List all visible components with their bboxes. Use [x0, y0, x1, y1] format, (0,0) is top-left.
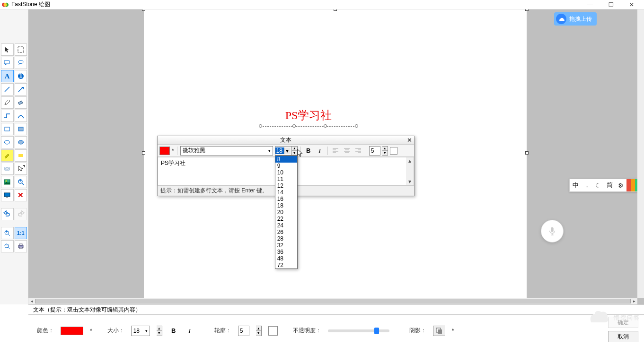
tool-rect[interactable] [1, 123, 14, 135]
italic-button[interactable]: I [315, 146, 325, 156]
prop-outline-input[interactable]: 5 [238, 326, 249, 336]
spin-up[interactable]: ▲ [292, 147, 297, 151]
font-size-combo[interactable]: ▾ [275, 146, 292, 156]
tool-ellipse-fill[interactable] [15, 136, 27, 148]
cancel-button[interactable]: 取消 [608, 331, 638, 342]
font-family-select[interactable]: 微软雅黑 ▾ [180, 146, 273, 156]
canvas-area[interactable]: PS学习社 文本 ✕ * 微软雅黑 ▾ [28, 9, 644, 304]
font-size-dropdown-list[interactable]: 89101112141618202224262832364872 [275, 156, 298, 269]
font-size-option[interactable]: 26 [275, 229, 297, 235]
prop-shadow-button[interactable] [433, 326, 445, 336]
ime-settings-icon[interactable]: ⚙ [615, 179, 626, 191]
tool-screen[interactable] [1, 189, 14, 201]
tool-line[interactable] [1, 83, 14, 95]
font-size-option[interactable]: 28 [275, 235, 297, 242]
tool-zoom-in[interactable]: + [1, 227, 14, 239]
font-size-option[interactable]: 14 [275, 189, 297, 196]
font-size-option[interactable]: 36 [275, 249, 297, 255]
prop-italic-button[interactable]: I [185, 326, 194, 336]
bold-button[interactable]: B [304, 146, 313, 156]
tool-image[interactable] [1, 176, 14, 188]
tool-zoom-out[interactable]: − [1, 240, 14, 252]
maximize-button[interactable]: ❐ [600, 0, 621, 9]
font-size-option[interactable]: 72 [275, 262, 297, 268]
align-left-button[interactable] [331, 146, 340, 156]
scroll-right-button[interactable]: ▸ [631, 298, 637, 304]
text-panel[interactable]: 文本 ✕ * 微软雅黑 ▾ ▾ ▲▼ 89101112 [157, 136, 415, 196]
opacity-slider[interactable] [328, 329, 389, 332]
text-color-swatch[interactable] [159, 147, 170, 155]
scroll-left-button[interactable]: ◂ [28, 298, 35, 304]
font-size-option[interactable]: 48 [275, 255, 297, 262]
text-panel-header[interactable]: 文本 ✕ [158, 136, 414, 145]
font-size-option[interactable]: 20 [275, 209, 297, 216]
tool-marquee[interactable] [15, 43, 27, 56]
tool-undo[interactable] [1, 208, 14, 220]
tool-eraser[interactable] [15, 96, 27, 109]
ime-punct[interactable]: ， [581, 179, 592, 191]
vertical-scrollbar[interactable] [637, 9, 644, 298]
font-size-option[interactable]: 9 [275, 163, 297, 169]
align-right-button[interactable] [353, 146, 363, 156]
opacity-slider-knob[interactable] [374, 328, 379, 334]
tool-text[interactable]: A [1, 70, 14, 82]
font-size-dropdown-button[interactable]: ▾ [284, 147, 291, 154]
spin-down[interactable]: ▼ [292, 151, 297, 155]
outline-color-swatch[interactable] [390, 147, 397, 155]
font-size-option[interactable]: 22 [275, 216, 297, 222]
tool-pencil[interactable] [1, 96, 14, 109]
tool-ellipse[interactable] [1, 136, 14, 148]
font-size-input[interactable] [275, 147, 284, 154]
font-size-spinner[interactable]: ▲▼ [292, 146, 298, 156]
font-size-option[interactable]: 10 [275, 169, 297, 176]
tool-redo[interactable] [15, 208, 27, 220]
align-center-button[interactable] [342, 146, 352, 156]
prop-size-spinner[interactable]: ▲▼ [157, 326, 162, 336]
tool-arrow[interactable] [15, 83, 27, 95]
minimize-button[interactable]: — [580, 0, 600, 9]
voice-input-button[interactable] [541, 220, 564, 242]
font-size-option[interactable]: 12 [275, 182, 297, 189]
tool-zoom-actual[interactable]: 1:1 [15, 227, 27, 239]
ime-bar[interactable]: 中 ， ☾ 简 ⚙ [569, 179, 644, 192]
tool-callout-rect[interactable] [1, 57, 14, 69]
tool-move-cursor[interactable]: + [15, 163, 27, 175]
text-object-content: PS学习社 [260, 108, 357, 123]
close-button[interactable]: ✕ [621, 0, 642, 9]
horizontal-scrollbar[interactable]: ◂ ▸ [28, 298, 637, 304]
prop-bold-button[interactable]: B [169, 326, 178, 336]
font-size-option[interactable]: 32 [275, 242, 297, 249]
tool-select[interactable] [1, 43, 14, 56]
textarea-scrollbar[interactable]: ▴▾ [406, 157, 414, 185]
text-panel-close-button[interactable]: ✕ [407, 137, 412, 144]
tool-print[interactable] [15, 240, 27, 252]
ime-moon-icon[interactable]: ☾ [592, 179, 604, 191]
tool-curve[interactable] [15, 110, 27, 122]
tool-rect-fill[interactable] [15, 123, 27, 135]
text-object[interactable]: PS学习社 [260, 108, 357, 132]
outline-spinner[interactable]: ▲▼ [382, 146, 388, 156]
ime-lang[interactable]: 中 [570, 179, 581, 191]
ime-simp[interactable]: 简 [604, 179, 615, 191]
tool-highlight[interactable] [1, 149, 14, 162]
tool-magnify[interactable]: + [15, 176, 27, 188]
ok-button[interactable]: 确定 [608, 317, 638, 328]
tool-highlight-rect[interactable] [15, 149, 27, 162]
prop-outline-spinner[interactable]: ▲▼ [256, 326, 262, 336]
font-size-option[interactable]: 24 [275, 222, 297, 229]
font-size-option[interactable]: 16 [275, 196, 297, 202]
font-size-option[interactable]: 8 [275, 156, 297, 163]
tool-blur[interactable] [1, 163, 14, 175]
tool-polyline[interactable] [1, 110, 14, 122]
upload-pill[interactable]: 拖拽上传 [554, 12, 597, 26]
outline-width-input[interactable]: 5 [369, 146, 380, 156]
tool-callout-ellipse[interactable] [15, 57, 27, 69]
prop-outline-color[interactable] [268, 326, 278, 336]
font-size-option[interactable]: 11 [275, 176, 297, 182]
font-size-option[interactable]: 18 [275, 202, 297, 209]
tool-delete[interactable]: ✕ [15, 189, 27, 201]
tool-number-stamp[interactable]: 1 [15, 70, 27, 82]
prop-size-select[interactable]: 18▾ [131, 326, 150, 336]
window-title: FastStone 绘图 [11, 0, 50, 9]
prop-color-swatch[interactable] [61, 327, 83, 335]
